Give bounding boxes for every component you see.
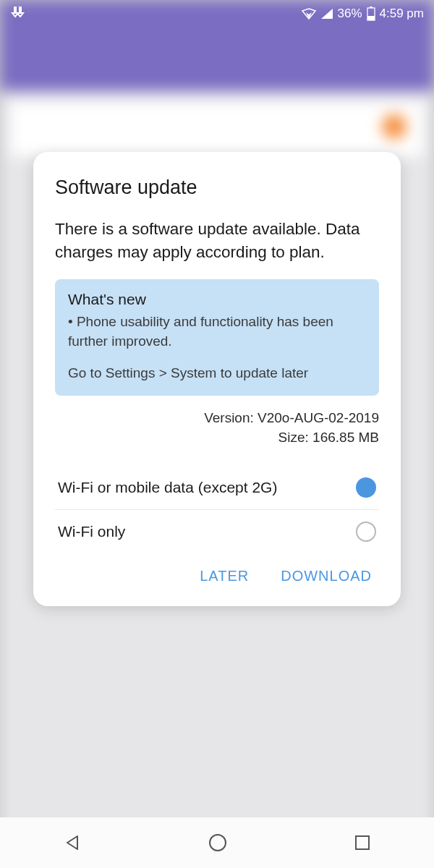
software-update-dialog: Software update There is a software upda… (33, 152, 401, 606)
radio-unselected-icon (356, 522, 376, 542)
later-button[interactable]: LATER (200, 568, 249, 584)
cellular-icon (320, 8, 333, 20)
home-icon[interactable] (208, 833, 228, 853)
update-meta: Version: V20o-AUG-02-2019 Size: 166.85 M… (55, 409, 379, 447)
battery-icon (367, 7, 375, 21)
navigation-bar (0, 817, 434, 868)
battery-percent: 36% (338, 7, 362, 21)
download-button[interactable]: DOWNLOAD (281, 568, 372, 584)
back-icon[interactable] (63, 833, 82, 852)
dialog-title: Software update (55, 176, 379, 199)
whats-new-heading: What's new (68, 291, 366, 308)
recents-icon[interactable] (354, 834, 371, 851)
radio-label: Wi-Fi or mobile data (except 2G) (58, 479, 277, 496)
whats-new-box: What's new • Phone usability and functio… (55, 279, 379, 396)
dialog-message: There is a software update available. Da… (55, 218, 379, 263)
radio-wifi-only[interactable]: Wi-Fi only (55, 509, 379, 553)
wifi-icon (302, 7, 316, 20)
download-icon (10, 5, 26, 22)
radio-wifi-mobile[interactable]: Wi-Fi or mobile data (except 2G) (55, 466, 379, 509)
whats-new-item: • Phone usability and functionality has … (68, 312, 366, 351)
status-bar: 36% 4:59 pm (0, 0, 434, 27)
download-mode-group: Wi-Fi or mobile data (except 2G) Wi-Fi o… (55, 466, 379, 553)
radio-label: Wi-Fi only (58, 523, 125, 540)
radio-selected-icon (356, 477, 376, 498)
size-label: Size: 166.85 MB (55, 428, 379, 448)
dialog-buttons: LATER DOWNLOAD (55, 553, 379, 589)
svg-point-3 (210, 835, 226, 851)
svg-rect-2 (367, 16, 375, 20)
svg-rect-4 (356, 836, 369, 849)
version-label: Version: V20o-AUG-02-2019 (55, 409, 379, 428)
whats-new-hint: Go to Settings > System to update later (68, 365, 366, 381)
clock: 4:59 pm (380, 7, 424, 21)
